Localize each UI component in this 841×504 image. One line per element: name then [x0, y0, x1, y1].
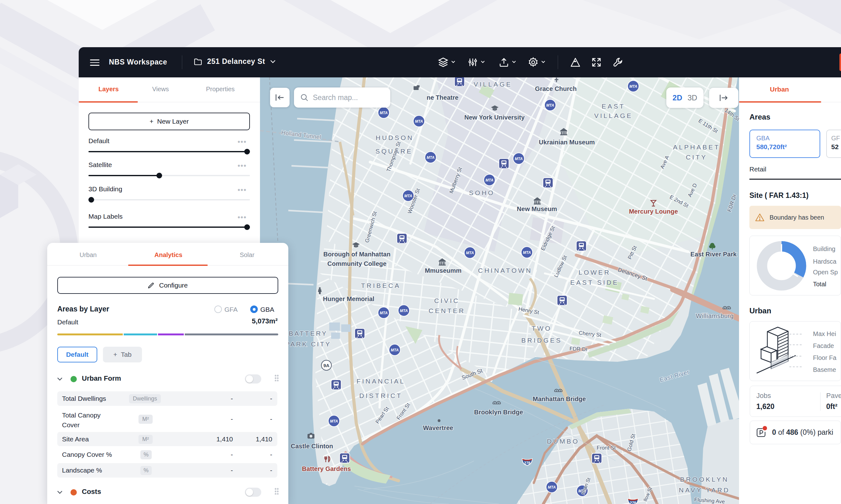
svg-text:Battery Gardens: Battery Gardens [302, 465, 351, 472]
svg-text:Williamsburg: Williamsburg [696, 312, 734, 319]
svg-text:VILLAGE: VILLAGE [594, 112, 633, 119]
svg-text:East River Park: East River Park [691, 251, 737, 258]
svg-text:Brooklyn Bridge: Brooklyn Bridge [474, 409, 523, 416]
svg-text:EAST SIDE: EAST SIDE [570, 279, 619, 286]
svg-text:278: 278 [630, 501, 636, 504]
svg-text:DUMBO: DUMBO [547, 438, 579, 445]
svg-text:Ukrainian Museum: Ukrainian Museum [539, 139, 595, 146]
svg-text:MTA: MTA [427, 156, 434, 160]
svg-text:Hunger Memorial: Hunger Memorial [323, 295, 374, 302]
svg-text:Community College: Community College [327, 260, 387, 267]
svg-text:278: 278 [524, 461, 530, 465]
svg-text:Mercury Lounge: Mercury Lounge [629, 208, 678, 215]
svg-text:MTA: MTA [330, 419, 338, 424]
svg-text:BROOKLYN: BROOKLYN [680, 476, 729, 483]
svg-text:ne Theatre: ne Theatre [427, 94, 458, 101]
svg-text:MTA: MTA [400, 309, 408, 313]
svg-text:MTA: MTA [629, 84, 637, 89]
svg-text:MTA: MTA [546, 103, 554, 108]
svg-text:Front St: Front St [597, 445, 616, 451]
svg-text:New York University: New York University [464, 114, 525, 121]
svg-text:FINANCIAL: FINANCIAL [357, 378, 406, 385]
svg-text:CITY: CITY [686, 154, 707, 161]
svg-text:SOHO: SOHO [469, 189, 495, 196]
svg-text:NAVY YARD: NAVY YARD [679, 486, 730, 493]
svg-text:MTA: MTA [485, 178, 493, 182]
svg-text:Castle Clinton: Castle Clinton [291, 443, 333, 450]
svg-text:DISTRICT: DISTRICT [359, 392, 402, 399]
svg-text:EAST: EAST [602, 103, 625, 110]
svg-text:New Museum: New Museum [517, 205, 557, 212]
svg-text:MTA: MTA [466, 251, 474, 255]
svg-text:BRIDGES: BRIDGES [521, 337, 562, 344]
svg-text:MTA: MTA [523, 250, 531, 255]
svg-text:ALPHABET: ALPHABET [673, 143, 720, 151]
svg-text:CHINATOWN: CHINATOWN [478, 267, 533, 274]
svg-text:MTA: MTA [404, 194, 412, 198]
svg-text:MTA: MTA [380, 311, 388, 315]
svg-text:MTA: MTA [548, 485, 556, 489]
svg-text:Manhattan Bridge: Manhattan Bridge [533, 395, 586, 402]
svg-text:Grace Church: Grace Church [535, 85, 577, 92]
svg-text:Wavertree: Wavertree [423, 425, 453, 431]
svg-text:MTA: MTA [380, 111, 388, 115]
svg-text:9A: 9A [323, 363, 329, 368]
svg-text:TRIBECA: TRIBECA [361, 282, 401, 289]
svg-text:MTA: MTA [391, 348, 398, 353]
svg-text:PARK CITY: PARK CITY [285, 340, 331, 348]
svg-text:HUDSON: HUDSON [375, 134, 414, 141]
svg-text:MTA: MTA [515, 157, 522, 161]
svg-text:CIVIC: CIVIC [434, 297, 460, 304]
svg-text:MTA: MTA [415, 119, 423, 124]
svg-text:CENTER: CENTER [429, 307, 465, 314]
svg-text:Mmuseumm: Mmuseumm [425, 267, 462, 274]
svg-text:FDR Dr: FDR Dr [569, 346, 588, 353]
svg-text:BATTERY: BATTERY [289, 330, 328, 337]
svg-text:Borough of Manhattan: Borough of Manhattan [323, 251, 390, 258]
svg-text:VILLAGE: VILLAGE [474, 80, 513, 88]
svg-text:LOWER: LOWER [578, 269, 611, 276]
svg-text:TWO: TWO [532, 325, 552, 332]
